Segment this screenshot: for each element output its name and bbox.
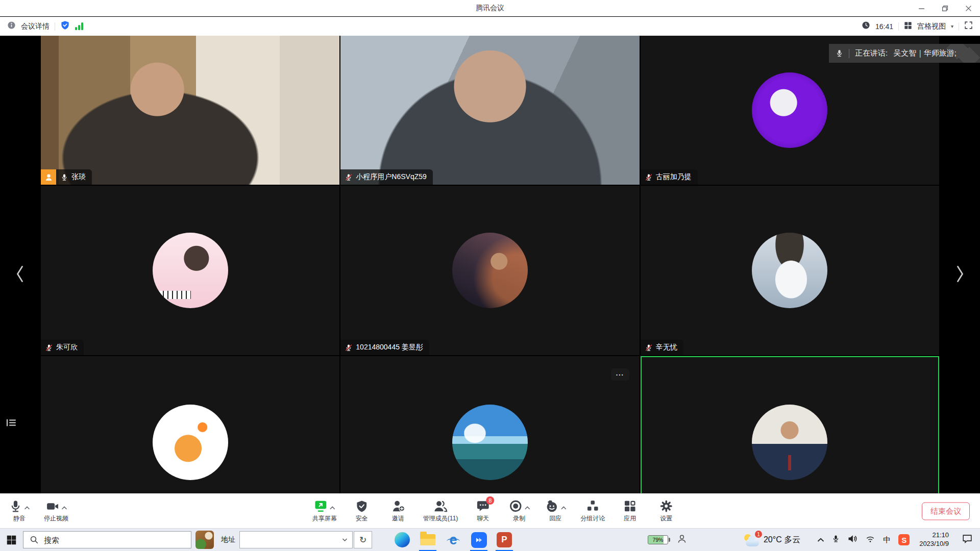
window-title: 腾讯会议	[476, 4, 504, 13]
minimize-button[interactable]	[910, 0, 933, 16]
share-screen-label: 共享屏幕	[312, 514, 337, 523]
video-options-caret[interactable]	[62, 503, 67, 513]
host-badge	[41, 169, 56, 185]
address-label: 地址	[221, 535, 235, 544]
name-label: 张琰	[56, 169, 92, 185]
chevron-down-icon	[342, 538, 348, 542]
name-label: 小程序用户N6SVqZ59	[340, 169, 432, 185]
settings-gear-icon	[659, 499, 673, 513]
address-input[interactable]	[240, 532, 337, 548]
mic-muted-icon	[345, 173, 352, 182]
meeting-details-button[interactable]: 会议详情	[21, 22, 50, 31]
browser-e-icon[interactable]: e	[440, 529, 466, 551]
battery-indicator[interactable]: 79%	[648, 535, 668, 544]
fullscreen-button[interactable]	[964, 21, 973, 32]
breakout-label: 分组讨论	[580, 514, 605, 523]
weather-badge: 1	[755, 531, 762, 538]
participant-name: 辛无忧	[656, 343, 677, 352]
network-icon[interactable]	[865, 534, 875, 546]
meeting-duration: 16:41	[875, 22, 893, 31]
record-label: 录制	[513, 514, 525, 523]
participant-tile-jiangyutong[interactable]: 10214800445 姜昱彤	[340, 186, 639, 355]
search-input[interactable]	[44, 536, 185, 544]
chevron-down-icon[interactable]: ▾	[951, 23, 953, 29]
breakout-rooms-button[interactable]: 分组讨论	[580, 499, 605, 523]
restore-button[interactable]	[933, 0, 957, 16]
record-options-caret[interactable]	[525, 503, 530, 513]
taskbar-clock[interactable]: 21:10 2023/10/9	[919, 531, 949, 548]
participant-name: 10214800445 姜昱彤	[356, 343, 423, 352]
name-label: 10214800445 姜昱彤	[340, 340, 429, 355]
file-explorer-icon[interactable]	[415, 529, 440, 551]
participant-tile-miniprogram-user[interactable]: 小程序用户N6SVqZ59	[340, 36, 639, 185]
microphone-icon	[9, 500, 22, 513]
edge-icon[interactable]	[389, 529, 415, 551]
sogou-icon[interactable]: S	[898, 534, 910, 545]
mic-options-caret[interactable]	[24, 503, 30, 513]
address-combobox[interactable]	[239, 531, 353, 548]
participant-tile-xinwuyou[interactable]: 辛无忧	[641, 186, 939, 355]
close-button[interactable]	[957, 0, 980, 16]
member-list-toggle[interactable]	[6, 418, 16, 429]
mute-button[interactable]: 静音	[8, 499, 31, 523]
chat-button[interactable]: 8 聊天	[472, 499, 494, 523]
record-button[interactable]: 录制	[508, 499, 530, 523]
view-mode-button[interactable]: 宫格视图	[917, 22, 946, 31]
speaker-icon[interactable]	[847, 534, 857, 546]
participant-name: 朱可欣	[56, 343, 78, 352]
invite-button[interactable]: 邀请	[387, 499, 409, 523]
next-page-button[interactable]	[953, 262, 967, 286]
ime-indicator[interactable]: 中	[883, 535, 891, 545]
meeting-logo	[474, 535, 484, 545]
invite-label: 邀请	[392, 514, 404, 523]
start-button[interactable]	[0, 529, 23, 551]
taskbar-apps: e P	[389, 529, 517, 551]
more-options-button[interactable]: ⋯	[611, 368, 629, 381]
speaking-names: 吴文智｜华师旅游;	[893, 48, 957, 58]
end-meeting-button[interactable]: 结束会议	[922, 502, 970, 520]
participant-tile-zhukexin[interactable]: 朱可欣	[41, 186, 339, 355]
mic-muted-icon	[45, 343, 53, 352]
name-label: 古丽加乃提	[641, 169, 698, 185]
speaking-mic-icon	[836, 48, 843, 58]
participant-tile-zhangyan[interactable]: 张琰	[41, 36, 339, 185]
name-label: 朱可欣	[41, 340, 84, 355]
action-center-icon[interactable]	[962, 533, 973, 546]
mic-muted-icon	[645, 343, 652, 352]
share-options-caret[interactable]	[330, 503, 335, 513]
manage-members-button[interactable]: 管理成员(11)	[423, 499, 458, 523]
battery-percent: 79%	[652, 537, 663, 543]
combo-dropdown-button[interactable]	[337, 532, 352, 548]
participant-name: 张琰	[71, 172, 86, 182]
avatar	[752, 72, 827, 148]
previous-page-button[interactable]	[13, 262, 27, 286]
settings-button[interactable]: 设置	[655, 499, 677, 523]
info-icon	[7, 21, 16, 32]
refresh-button[interactable]: ↻	[354, 531, 372, 548]
chat-badge: 8	[486, 496, 494, 505]
security-shield-icon[interactable]	[60, 20, 70, 32]
people-icon[interactable]	[677, 534, 687, 546]
taskbar-search[interactable]	[23, 531, 191, 548]
meeting-control-bar: 静音 停止视频 共享屏幕	[0, 493, 980, 528]
restore-icon	[942, 5, 948, 12]
tencent-meeting-app-icon[interactable]	[466, 529, 492, 551]
stop-video-label: 停止视频	[44, 514, 68, 523]
powerpoint-icon[interactable]: P	[492, 529, 517, 551]
network-signal-icon[interactable]	[75, 22, 83, 30]
stop-video-button[interactable]: 停止视频	[44, 499, 68, 523]
mic-on-icon	[61, 173, 68, 182]
security-button[interactable]: 安全	[351, 499, 373, 523]
share-screen-button[interactable]: 共享屏幕	[312, 499, 337, 523]
title-bar: 腾讯会议	[0, 0, 980, 16]
mute-label: 静音	[13, 514, 26, 523]
reaction-button[interactable]: 回应	[544, 499, 567, 523]
participant-grid: 张琰 小程序用户N6SVqZ59	[41, 36, 939, 528]
reaction-options-caret[interactable]	[561, 503, 566, 513]
tray-mic-icon[interactable]	[832, 534, 840, 545]
hidden-icons-button[interactable]	[817, 535, 824, 544]
game-app-icon[interactable]	[195, 531, 214, 549]
apps-button[interactable]: 应用	[619, 499, 641, 523]
settings-label: 设置	[660, 514, 672, 523]
weather-widget[interactable]: 1 20°C 多云	[744, 533, 800, 546]
